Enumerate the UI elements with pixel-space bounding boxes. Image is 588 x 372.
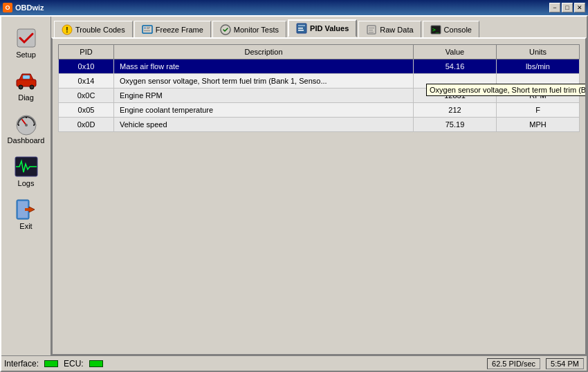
- svg-point-10: [25, 124, 28, 127]
- col-header-units: Units: [497, 45, 580, 59]
- pid-values-icon: [296, 23, 307, 34]
- app-icon: O: [3, 3, 12, 12]
- sidebar-item-logs[interactable]: Logs: [6, 151, 47, 191]
- svg-rect-4: [23, 75, 30, 79]
- tab-pid-values-label: PID Values: [310, 24, 349, 32]
- raw-data-icon: [366, 24, 377, 35]
- title-bar-controls[interactable]: − □ ✕: [549, 3, 585, 12]
- title-bar: O OBDwiz − □ ✕: [0, 0, 588, 15]
- col-header-description: Description: [114, 45, 414, 59]
- table-row[interactable]: 0x0DVehicle speed75.19MPH: [59, 118, 580, 132]
- tab-trouble-codes-label: Trouble Codes: [75, 26, 125, 34]
- ecu-label: ECU:: [64, 359, 84, 369]
- tab-monitor-tests-label: Monitor Tests: [234, 26, 279, 34]
- sidebar: Setup Diag: [1, 17, 51, 355]
- sidebar-item-setup[interactable]: Setup: [6, 22, 47, 62]
- cell-pid: 0x05: [59, 103, 114, 118]
- cell-units: MPH: [497, 118, 580, 132]
- content-area: ! Trouble Codes: [51, 17, 587, 355]
- cell-value: 54.16: [414, 59, 497, 74]
- layout: Setup Diag: [1, 17, 587, 355]
- svg-rect-31: [369, 32, 374, 32]
- cell-pid: 0x10: [59, 59, 114, 74]
- tab-raw-data[interactable]: Raw Data: [358, 21, 421, 37]
- interface-led: [44, 360, 58, 367]
- svg-rect-15: [25, 208, 30, 211]
- exit-label: Exit: [19, 222, 32, 230]
- dashboard-icon: [14, 111, 39, 136]
- svg-rect-22: [144, 30, 150, 31]
- svg-rect-30: [369, 30, 373, 30]
- main-window: Setup Diag: [0, 15, 588, 372]
- sidebar-item-dashboard[interactable]: Dashboard: [6, 108, 47, 148]
- pid-rate-value: 62.5 PID/sec: [487, 358, 540, 369]
- svg-rect-20: [147, 27, 150, 28]
- freeze-frame-icon: [142, 24, 153, 35]
- svg-text:>_: >_: [432, 27, 439, 33]
- exit-icon: [14, 197, 39, 222]
- col-header-pid: PID: [59, 45, 114, 59]
- svg-rect-29: [369, 28, 374, 28]
- diag-icon: [14, 68, 39, 93]
- svg-rect-21: [147, 28, 149, 29]
- setup-label: Setup: [16, 50, 36, 59]
- cell-value: 75.19: [414, 118, 497, 132]
- svg-rect-27: [298, 30, 304, 31]
- svg-text:!: !: [66, 26, 68, 34]
- tab-console[interactable]: >_ Console: [423, 21, 479, 37]
- dashboard-label: Dashboard: [8, 136, 45, 145]
- svg-rect-25: [298, 25, 305, 26]
- cell-pid: 0x0C: [59, 89, 114, 103]
- cell-pid: 0x0D: [59, 118, 114, 132]
- cell-description: Mass air flow rate: [114, 59, 414, 74]
- tab-monitor-tests[interactable]: Monitor Tests: [212, 21, 286, 37]
- tab-raw-data-label: Raw Data: [380, 26, 413, 34]
- cell-description: Engine coolant temperature: [114, 103, 414, 118]
- app-title: OBDwiz: [15, 3, 44, 12]
- table-row[interactable]: 0x10Mass air flow rate54.16lbs/min: [59, 59, 580, 74]
- ecu-led: [89, 360, 103, 367]
- close-button[interactable]: ✕: [574, 3, 585, 12]
- logs-icon: [14, 154, 39, 179]
- diag-label: Diag: [18, 93, 34, 102]
- table-row[interactable]: 0x05Engine coolant temperature212F: [59, 103, 580, 118]
- monitor-tests-icon: [220, 24, 231, 35]
- tab-freeze-frame-label: Freeze Frame: [156, 26, 203, 34]
- cell-description: Oxygen sensor voltage, Short term fuel t…: [114, 74, 414, 89]
- logs-label: Logs: [18, 179, 35, 187]
- trouble-codes-icon: !: [62, 24, 73, 35]
- main-panel: PID Description Value Units 0x10Mass air…: [51, 37, 587, 355]
- cell-description: Engine RPM: [114, 89, 414, 103]
- tab-trouble-codes[interactable]: ! Trouble Codes: [54, 21, 133, 37]
- cell-tooltip: Oxygen sensor voltage, Short term fuel t…: [426, 84, 587, 96]
- sidebar-item-exit[interactable]: Exit: [6, 194, 47, 234]
- svg-rect-19: [144, 27, 146, 29]
- time-value: 5:54 PM: [546, 358, 584, 369]
- col-header-value: Value: [414, 45, 497, 59]
- cell-value: 212: [414, 103, 497, 118]
- title-bar-left: O OBDwiz: [3, 3, 44, 12]
- svg-rect-26: [298, 28, 303, 29]
- svg-point-2: [19, 85, 23, 89]
- console-icon: >_: [430, 24, 441, 35]
- tab-freeze-frame[interactable]: Freeze Frame: [134, 21, 211, 37]
- cell-pid: 0x14: [59, 74, 114, 89]
- cell-description: Vehicle speed: [114, 118, 414, 132]
- svg-rect-18: [143, 26, 152, 33]
- tab-bar: ! Trouble Codes: [51, 17, 587, 37]
- svg-point-3: [30, 85, 34, 89]
- tab-console-label: Console: [444, 26, 472, 34]
- interface-label: Interface:: [4, 359, 39, 369]
- status-bar: Interface: ECU: 62.5 PID/sec 5:54 PM: [1, 355, 587, 371]
- cell-units: lbs/min: [497, 59, 580, 74]
- maximize-button[interactable]: □: [562, 3, 573, 12]
- cell-units: F: [497, 103, 580, 118]
- sidebar-item-diag[interactable]: Diag: [6, 65, 47, 105]
- setup-icon: [14, 26, 39, 50]
- minimize-button[interactable]: −: [549, 3, 560, 12]
- tab-pid-values[interactable]: PID Values: [288, 19, 357, 37]
